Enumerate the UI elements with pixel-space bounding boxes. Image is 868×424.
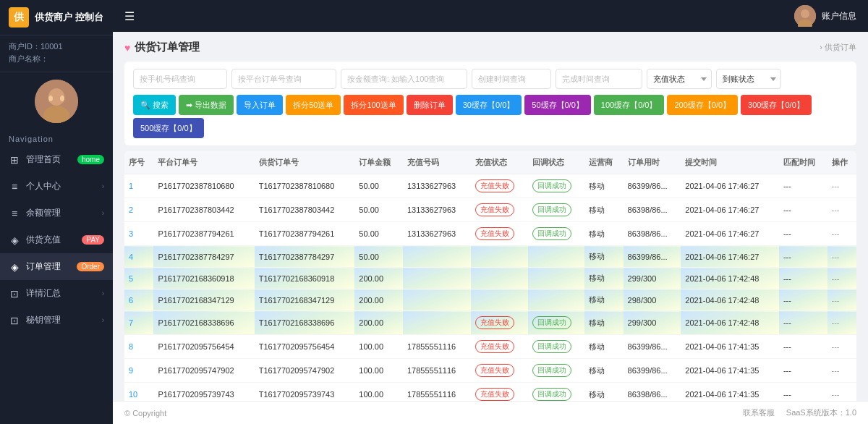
complete-time-input[interactable]	[556, 69, 642, 89]
cell-callback-status: 回调成功	[528, 383, 584, 402]
sidebar-item-recharge[interactable]: ◈ 供货充值 PAY	[0, 226, 113, 253]
cell-charge-status: 充值失败	[471, 198, 527, 222]
sidebar-item-secret[interactable]: ⊡ 秘钥管理 ›	[0, 307, 113, 334]
cell-phone: 13133627963	[403, 174, 471, 198]
callback-status-badge: 回调成功	[532, 179, 571, 192]
callback-status-badge: 回调成功	[532, 227, 571, 240]
cell-charge-status: 充值失败	[471, 359, 527, 383]
chevron-right-icon: ›	[102, 209, 104, 217]
cell-match-time: ---	[779, 289, 827, 311]
cell-platform-order: P1617702168360918	[153, 268, 254, 289]
charge-status-select[interactable]: 充值状态	[647, 69, 712, 89]
sidebar-item-personal[interactable]: ≡ 个人中心 ›	[0, 173, 113, 200]
orders-table: 序号 平台订单号 供货订单号 订单金额 充值号码 充值状态 回调状态 运营商 订…	[124, 151, 856, 401]
cell-amount: 200.00	[354, 289, 403, 311]
support-link[interactable]: 联系客服	[743, 407, 775, 418]
filter-row: 充值状态 到账状态	[133, 69, 848, 89]
cell-submit-time: 2021-04-06 17:42:48	[681, 268, 779, 289]
cache200-button[interactable]: 200缓存【0/0】	[667, 95, 738, 115]
cell-phone	[403, 268, 471, 289]
cell-charge-status: 充值失败	[471, 222, 527, 246]
sidebar-item-summary[interactable]: ⊡ 详情汇总 ›	[0, 280, 113, 307]
cell-duration: 86398/86...	[624, 383, 681, 402]
split50-button[interactable]: 拆分100送单	[344, 95, 403, 115]
logo-icon: 供	[9, 7, 29, 27]
chevron-right-icon: ›	[102, 182, 104, 190]
balance-icon: ≡	[9, 208, 20, 219]
cell-callback-status: 回调成功	[528, 359, 584, 383]
cache300-button[interactable]: 300缓存【0/0】	[741, 95, 812, 115]
arrive-status-select[interactable]: 到账状态	[716, 69, 781, 89]
cell-index: 1	[124, 174, 153, 198]
cell-phone: 13133627963	[403, 198, 471, 222]
cache100-button[interactable]: 100缓存【0/0】	[594, 95, 665, 115]
svg-point-4	[60, 96, 64, 101]
cell-submit-time: 2021-04-06 17:41:35	[681, 335, 779, 359]
cell-supply-order: T1617702095747902	[255, 359, 355, 383]
create-time-input[interactable]	[472, 69, 551, 89]
cell-submit-time: 2021-04-06 17:46:27	[681, 246, 779, 268]
cell-amount: 50.00	[354, 174, 403, 198]
cell-charge-status	[471, 246, 527, 268]
col-index: 序号	[124, 151, 153, 174]
sidebar-item-orders[interactable]: ◈ 订单管理 Order	[0, 253, 113, 280]
search-button[interactable]: 🔍 搜索	[133, 95, 176, 115]
import-button[interactable]: 导入订单	[237, 95, 283, 115]
phone-search-input[interactable]	[133, 69, 227, 89]
platform-order-search-input[interactable]	[231, 69, 336, 89]
cell-callback-status	[528, 268, 584, 289]
cell-op: ---	[827, 359, 856, 383]
col-duration: 订单用时	[624, 151, 681, 174]
export-button[interactable]: ➡ 导出数据	[179, 95, 234, 115]
cell-callback-status	[528, 246, 584, 268]
cell-charge-status: 充值失败	[471, 174, 527, 198]
col-submit-time: 提交时间	[681, 151, 779, 174]
cache500-button[interactable]: 500缓存【0/0】	[133, 118, 204, 138]
cell-phone: 17855551116	[403, 383, 471, 402]
cache50-button[interactable]: 50缓存【0/0】	[524, 95, 591, 115]
cell-duration: 86399/86...	[624, 359, 681, 383]
table-header: 序号 平台订单号 供货订单号 订单金额 充值号码 充值状态 回调状态 运营商 订…	[124, 151, 856, 174]
cell-submit-time: 2021-04-06 17:41:35	[681, 383, 779, 402]
cell-duration: 299/300	[624, 268, 681, 289]
page-area: ♥ 供货订单管理 › 供货订单 充值状态 到账状态	[113, 32, 868, 401]
cell-charge-status: 充值失败	[471, 335, 527, 359]
topbar-username: 账户信息	[822, 10, 856, 22]
hamburger-icon[interactable]: ☰	[124, 9, 135, 23]
cell-supply-order: T1617702168347129	[255, 289, 355, 311]
cell-supply-order: T1617702387810680	[255, 174, 355, 198]
sidebar-item-home[interactable]: ⊞ 管理首页 home	[0, 146, 113, 173]
copyright-text: © Copyright	[124, 409, 166, 417]
amount-search-input[interactable]	[341, 69, 467, 89]
merchant-name: 商户名称：	[9, 54, 104, 64]
charge-status-badge: 充值失败	[475, 388, 514, 401]
cell-op: ---	[827, 289, 856, 311]
col-phone: 充值号码	[403, 151, 471, 174]
version-text: SaaS系统版本：1.0	[786, 407, 856, 418]
cell-platform-order: P1617702387803442	[153, 198, 254, 222]
cell-platform-order: P1617702095739743	[153, 383, 254, 402]
cell-phone	[403, 311, 471, 335]
heart-icon: ♥	[124, 42, 130, 54]
breadcrumb-link[interactable]: 供货订单	[825, 43, 856, 51]
delete-button[interactable]: 删除订单	[407, 95, 453, 115]
sidebar-item-balance[interactable]: ≡ 余额管理 ›	[0, 200, 113, 226]
sidebar-item-label: 余额管理	[26, 207, 61, 219]
split100-button[interactable]: 拆分50送单	[286, 95, 341, 115]
cell-match-time: ---	[779, 311, 827, 335]
cell-supply-order: T1617702168360918	[255, 268, 355, 289]
cell-amount: 50.00	[354, 222, 403, 246]
cell-duration: 86399/86...	[624, 335, 681, 359]
cell-phone: 17855551116	[403, 359, 471, 383]
recharge-icon: ◈	[9, 234, 20, 246]
cell-charge-status	[471, 289, 527, 311]
cache30-button[interactable]: 30缓存【0/0】	[456, 95, 522, 115]
callback-status-badge: 回调成功	[532, 388, 571, 401]
cell-carrier: 移动	[584, 359, 623, 383]
breadcrumb-bar: ♥ 供货订单管理 › 供货订单	[124, 41, 856, 54]
charge-status-badge: 充值失败	[475, 227, 514, 240]
col-callback-status: 回调状态	[528, 151, 584, 174]
cell-carrier: 移动	[584, 268, 623, 289]
orders-table-container: 序号 平台订单号 供货订单号 订单金额 充值号码 充值状态 回调状态 运营商 订…	[124, 151, 856, 401]
cell-index: 8	[124, 335, 153, 359]
